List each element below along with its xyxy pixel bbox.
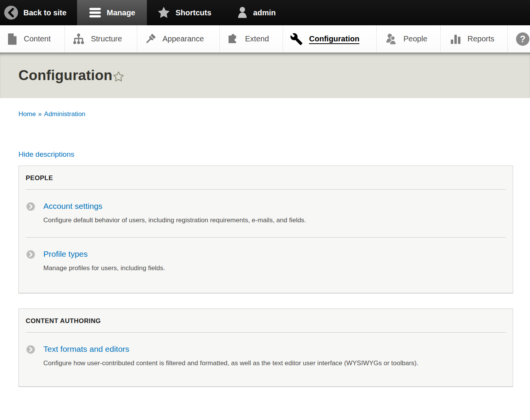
page-title: Configuration bbox=[18, 67, 112, 84]
manage-label: Manage bbox=[107, 8, 135, 17]
panel-people: PEOPLE Account settings Configure defaul… bbox=[18, 166, 513, 293]
back-to-site-button[interactable]: Back to site bbox=[0, 0, 77, 25]
tab-extend[interactable]: Extend bbox=[220, 25, 283, 52]
sitemap-icon bbox=[72, 33, 85, 45]
tab-appearance-label: Appearance bbox=[163, 34, 204, 43]
tab-structure-label: Structure bbox=[91, 34, 122, 43]
user-icon bbox=[237, 6, 248, 19]
tab-configuration-label: Configuration bbox=[309, 34, 359, 43]
tab-people-label: People bbox=[403, 34, 427, 43]
account-settings-description: Configure default behavior of users, inc… bbox=[43, 215, 306, 225]
back-to-site-label: Back to site bbox=[23, 8, 66, 17]
star-icon bbox=[157, 6, 171, 20]
user-account-tab[interactable]: admin bbox=[227, 0, 286, 25]
question-icon: ? bbox=[515, 32, 530, 46]
tab-people[interactable]: People bbox=[377, 25, 441, 52]
bar-chart-icon bbox=[450, 33, 461, 45]
main-content: Home»Administration Hide descriptions PE… bbox=[0, 110, 530, 387]
page-header: Configuration bbox=[0, 52, 530, 98]
breadcrumb-separator: » bbox=[38, 110, 41, 118]
panel-people-heading: PEOPLE bbox=[26, 171, 506, 190]
text-formats-link[interactable]: Text formats and editors bbox=[43, 344, 129, 354]
help-button[interactable]: ? bbox=[508, 25, 530, 52]
tab-reports[interactable]: Reports bbox=[441, 25, 508, 52]
back-circle-icon bbox=[4, 5, 18, 20]
breadcrumb-home-link[interactable]: Home bbox=[18, 110, 36, 118]
chevron-right-icon bbox=[26, 345, 35, 368]
hide-descriptions-link[interactable]: Hide descriptions bbox=[18, 150, 74, 159]
breadcrumb: Home»Administration bbox=[18, 110, 513, 118]
profile-types-link[interactable]: Profile types bbox=[43, 249, 88, 259]
panel-content-authoring: CONTENT AUTHORING Text formats and edito… bbox=[18, 308, 513, 387]
tab-content[interactable]: Content bbox=[0, 25, 65, 52]
shortcuts-tab[interactable]: Shortcuts bbox=[147, 0, 221, 25]
wrench-icon bbox=[290, 33, 303, 46]
tab-appearance[interactable]: Appearance bbox=[137, 25, 220, 52]
profile-types-description: Manage profiles for users, including fie… bbox=[43, 263, 165, 273]
chevron-right-icon bbox=[26, 250, 35, 273]
tab-content-label: Content bbox=[24, 34, 51, 43]
user-label: admin bbox=[253, 8, 276, 17]
shortcuts-label: Shortcuts bbox=[176, 8, 211, 17]
account-settings-link[interactable]: Account settings bbox=[43, 201, 102, 211]
list-item-text-formats: Text formats and editors Configure how u… bbox=[26, 333, 506, 368]
list-item-account-settings: Account settings Configure default behav… bbox=[26, 190, 506, 225]
tab-configuration[interactable]: Configuration bbox=[283, 25, 377, 52]
chevron-right-icon bbox=[26, 202, 35, 225]
panel-content-authoring-heading: CONTENT AUTHORING bbox=[26, 314, 506, 333]
star-outline-icon[interactable] bbox=[112, 71, 125, 83]
list-item-profile-types: Profile types Manage profiles for users,… bbox=[26, 238, 506, 273]
puzzle-icon bbox=[227, 33, 239, 45]
manage-tab[interactable]: Manage bbox=[77, 0, 146, 25]
people-icon bbox=[385, 33, 397, 45]
tab-structure[interactable]: Structure bbox=[65, 25, 137, 52]
svg-text:?: ? bbox=[520, 34, 526, 44]
tab-extend-label: Extend bbox=[245, 34, 269, 43]
text-formats-description: Configure how user-contributed content i… bbox=[43, 358, 418, 368]
breadcrumb-administration-link[interactable]: Administration bbox=[44, 110, 86, 118]
file-icon bbox=[7, 33, 18, 45]
admin-toolbar: Content Structure bbox=[0, 25, 530, 52]
tab-reports-label: Reports bbox=[467, 34, 494, 43]
paintbrush-icon bbox=[144, 33, 156, 45]
menu-icon bbox=[89, 7, 102, 19]
admin-bar: Back to site Manage Shortcuts admin bbox=[0, 0, 530, 25]
